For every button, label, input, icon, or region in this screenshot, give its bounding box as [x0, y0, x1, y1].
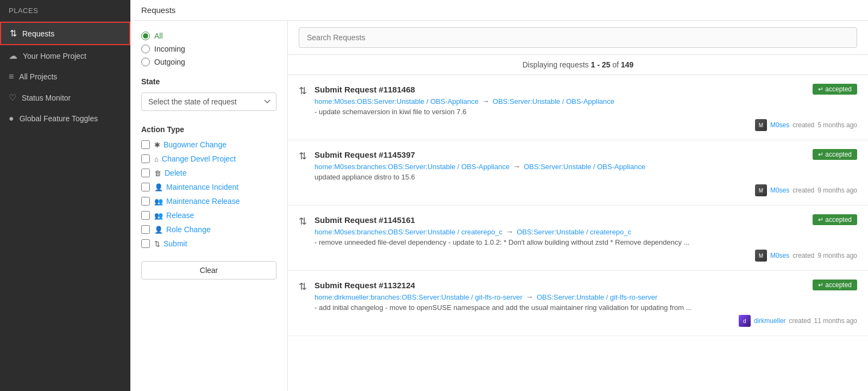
- request-content-1132124: Submit Request #1132124 accepted home:di…: [315, 280, 857, 327]
- avatar: M: [755, 184, 767, 196]
- creator-name: dirkmueller: [754, 317, 786, 325]
- time-ago: 5 months ago: [817, 121, 857, 129]
- radio-outgoing[interactable]: Outgoing: [141, 58, 276, 66]
- radio-outgoing-label: Outgoing: [154, 58, 185, 66]
- request-title-row: Submit Request #1132124 accepted: [315, 280, 857, 290]
- request-submit-icon: ⇅: [299, 85, 307, 97]
- radio-incoming[interactable]: Incoming: [141, 45, 276, 53]
- request-route: home:dirkmueller:branches:OBS:Server:Uns…: [315, 293, 857, 301]
- request-source: home:M0ses:branches:OBS:Server:Unstable …: [315, 163, 510, 171]
- request-submit-icon: ⇅: [299, 150, 307, 162]
- checkbox-maint-rel-label: 👥 Maintenance Release: [154, 197, 240, 206]
- request-target: OBS:Server:Unstable / OBS-Appliance: [524, 163, 645, 171]
- accepted-badge: accepted: [813, 214, 857, 225]
- sidebar-item-all-projects[interactable]: ≡ All Projects: [0, 66, 130, 87]
- sidebar-item-label: Your Home Project: [23, 52, 86, 60]
- request-title: Submit Request #1145161: [315, 215, 415, 225]
- checkbox-submit-label: ⇅ Submit: [154, 239, 187, 248]
- checkbox-delete-label: 🗑 Delete: [154, 169, 186, 177]
- home-project-icon: ☁: [9, 51, 17, 61]
- request-item-1132124[interactable]: ⇅ Submit Request #1132124 accepted home:…: [288, 271, 868, 336]
- request-title: Submit Request #1132124: [315, 281, 415, 290]
- request-submit-icon: ⇅: [299, 215, 307, 227]
- maintenance-incident-icon: 👤: [154, 183, 163, 191]
- filter-panel: All Incoming Outgoing State Select the s…: [130, 21, 288, 391]
- state-select[interactable]: Select the state of request new review a…: [141, 92, 276, 111]
- time-label: created: [792, 187, 814, 194]
- request-desc: - add initial changelog - move to openSU…: [315, 303, 857, 312]
- avatar: M: [755, 119, 767, 131]
- sidebar-item-home-project[interactable]: ☁ Your Home Project: [0, 45, 130, 66]
- checkbox-release-label: 👥 Release: [154, 211, 194, 220]
- request-desc: - remove unneeded file-devel dependency …: [315, 238, 857, 246]
- search-bar-container: [288, 21, 868, 55]
- checkbox-role-label: 👤 Role Change: [154, 225, 211, 234]
- delete-icon: 🗑: [154, 169, 161, 177]
- request-route: home:M0ses:branches:OBS:Server:Unstable …: [315, 162, 857, 171]
- search-input[interactable]: [299, 27, 857, 48]
- request-target: OBS:Server:Unstable / git-lfs-ro-server: [537, 293, 658, 301]
- request-content-1145161: Submit Request #1145161 accepted home:M0…: [315, 214, 857, 262]
- direction-filter: All Incoming Outgoing: [141, 32, 276, 66]
- request-source: home:M0ses:branches:OBS:Server:Unstable …: [315, 228, 502, 236]
- status-monitor-icon: ♡: [9, 92, 16, 103]
- sidebar-header: Places: [0, 0, 130, 22]
- submit-icon: ⇅: [154, 240, 160, 248]
- sidebar: Places ⇅ Requests ☁ Your Home Project ≡ …: [0, 0, 130, 391]
- request-title-row: Submit Request #1145161 accepted: [315, 214, 857, 225]
- main-content: Requests All Incoming Outgoing St: [130, 0, 868, 391]
- request-item-1145161[interactable]: ⇅ Submit Request #1145161 accepted home:…: [288, 206, 868, 271]
- arrow-icon: →: [482, 97, 489, 105]
- time-ago: 9 months ago: [817, 187, 857, 194]
- creator-name: M0ses: [770, 187, 789, 194]
- request-item-1181468[interactable]: ⇅ Submit Request #1181468 accepted home:…: [288, 75, 868, 140]
- request-title-row: Submit Request #1145397 accepted: [315, 149, 857, 160]
- display-info: Displaying requests 1 - 25 of 149: [288, 55, 868, 75]
- request-target: OBS:Server:Unstable / OBS-Appliance: [493, 97, 614, 105]
- request-desc: - update schemaversion in kiwi file to v…: [315, 108, 857, 116]
- request-title-row: Submit Request #1181468 accepted: [315, 84, 857, 95]
- request-title: Submit Request #1145397: [315, 150, 415, 159]
- request-item-1145397[interactable]: ⇅ Submit Request #1145397 accepted home:…: [288, 140, 868, 206]
- checkbox-devel-label: ⌂ Change Devel Project: [154, 154, 236, 163]
- sidebar-item-label: Status Monitor: [22, 94, 71, 102]
- all-projects-icon: ≡: [9, 72, 14, 82]
- checkbox-role-change[interactable]: 👤 Role Change: [141, 225, 276, 234]
- checkbox-delete[interactable]: 🗑 Delete: [141, 169, 276, 177]
- checkbox-bugowner-label: ✱ Bugowner Change: [154, 140, 227, 149]
- requests-panel: Displaying requests 1 - 25 of 149 ⇅ Subm…: [288, 21, 868, 391]
- radio-all[interactable]: All: [141, 32, 276, 40]
- checkbox-change-devel-project[interactable]: ⌂ Change Devel Project: [141, 154, 276, 163]
- checkbox-maintenance-release[interactable]: 👥 Maintenance Release: [141, 197, 276, 206]
- requests-icon: ⇅: [10, 28, 17, 39]
- global-feature-toggles-icon: ●: [9, 114, 14, 123]
- bugowner-change-icon: ✱: [154, 141, 160, 149]
- content-area: All Incoming Outgoing State Select the s…: [130, 21, 868, 391]
- action-type-filter: ✱ Bugowner Change ⌂ Change Devel Project…: [141, 140, 276, 248]
- sidebar-item-requests[interactable]: ⇅ Requests: [0, 22, 130, 45]
- checkbox-submit[interactable]: ⇅ Submit: [141, 239, 276, 248]
- sidebar-item-label: Requests: [22, 29, 54, 38]
- main-header: Requests: [130, 0, 868, 21]
- checkbox-release[interactable]: 👥 Release: [141, 211, 276, 220]
- avatar: M: [755, 250, 767, 262]
- action-type-section-title: Action Type: [141, 125, 276, 134]
- time-ago: 11 months ago: [814, 317, 857, 325]
- arrow-icon: →: [513, 162, 520, 171]
- request-meta: M M0ses created 9 months ago: [315, 184, 857, 196]
- request-meta: M M0ses created 9 months ago: [315, 250, 857, 262]
- clear-button[interactable]: Clear: [141, 261, 276, 280]
- request-source: home:dirkmueller:branches:OBS:Server:Uns…: [315, 293, 523, 301]
- radio-all-label: All: [154, 32, 163, 40]
- sidebar-item-global-feature-toggles[interactable]: ● Global Feature Toggles: [0, 108, 130, 129]
- change-devel-project-icon: ⌂: [154, 155, 159, 163]
- request-source: home:M0ses:OBS:Server:Unstable / OBS-App…: [315, 97, 479, 105]
- checkbox-maint-inc-label: 👤 Maintenance Incident: [154, 183, 238, 191]
- checkbox-bugowner-change[interactable]: ✱ Bugowner Change: [141, 140, 276, 149]
- request-route: home:M0ses:branches:OBS:Server:Unstable …: [315, 227, 857, 236]
- sidebar-item-status-monitor[interactable]: ♡ Status Monitor: [0, 87, 130, 108]
- checkbox-maintenance-incident[interactable]: 👤 Maintenance Incident: [141, 183, 276, 191]
- sidebar-item-label: Global Feature Toggles: [20, 114, 98, 123]
- request-meta: M M0ses created 5 months ago: [315, 119, 857, 131]
- creator-name: M0ses: [770, 252, 789, 259]
